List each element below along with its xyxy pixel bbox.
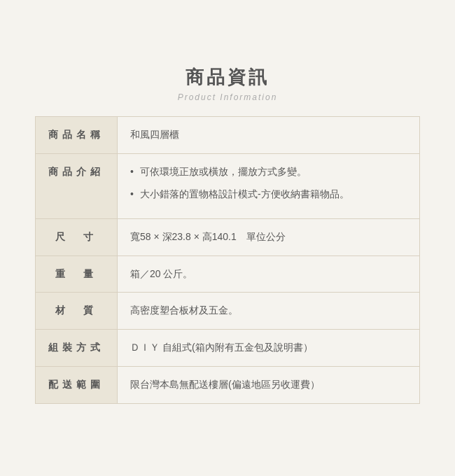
- header-subtitle: Product Information: [35, 92, 420, 102]
- row-label: 商品介紹: [36, 154, 118, 219]
- bullet-item: 可依環境正放或橫放，擺放方式多變。: [130, 164, 407, 181]
- row-value: 寬58 × 深23.8 × 高140.1 單位公分: [118, 218, 420, 255]
- row-label: 商品名稱: [36, 117, 118, 154]
- table-row: 商品介紹可依環境正放或橫放，擺放方式多變。大小錯落的置物格設計模式-方便收納書籍…: [36, 154, 420, 219]
- header-title: 商品資訊: [35, 65, 420, 90]
- row-label: 重 量: [36, 255, 118, 293]
- row-value: 限台灣本島無配送樓層(偏遠地區另收運費）: [118, 366, 420, 403]
- row-value: 箱／20 公斤。: [118, 255, 420, 293]
- table-row: 尺 寸寬58 × 深23.8 × 高140.1 單位公分: [36, 218, 420, 255]
- product-info-table: 商品名稱和風四層櫃商品介紹可依環境正放或橫放，擺放方式多變。大小錯落的置物格設計…: [35, 116, 420, 403]
- bullet-item: 大小錯落的置物格設計模式-方便收納書籍物品。: [130, 186, 407, 203]
- row-value: ＤＩＹ 自組式(箱內附有五金包及說明書）: [118, 330, 420, 367]
- row-value: 和風四層櫃: [118, 117, 420, 154]
- product-info-card: 商品資訊 Product Information 商品名稱和風四層櫃商品介紹可依…: [14, 51, 441, 424]
- table-row: 商品名稱和風四層櫃: [36, 117, 420, 154]
- section-header: 商品資訊 Product Information: [35, 65, 420, 102]
- table-row: 重 量箱／20 公斤。: [36, 255, 420, 293]
- table-row: 配送範圍限台灣本島無配送樓層(偏遠地區另收運費）: [36, 366, 420, 403]
- table-row: 組裝方式ＤＩＹ 自組式(箱內附有五金包及說明書）: [36, 330, 420, 367]
- row-label: 尺 寸: [36, 218, 118, 255]
- row-value: 可依環境正放或橫放，擺放方式多變。大小錯落的置物格設計模式-方便收納書籍物品。: [118, 154, 420, 219]
- row-label: 配送範圍: [36, 366, 118, 403]
- table-row: 材 質高密度塑合板材及五金。: [36, 293, 420, 330]
- row-value: 高密度塑合板材及五金。: [118, 293, 420, 330]
- row-label: 材 質: [36, 293, 118, 330]
- row-label: 組裝方式: [36, 330, 118, 367]
